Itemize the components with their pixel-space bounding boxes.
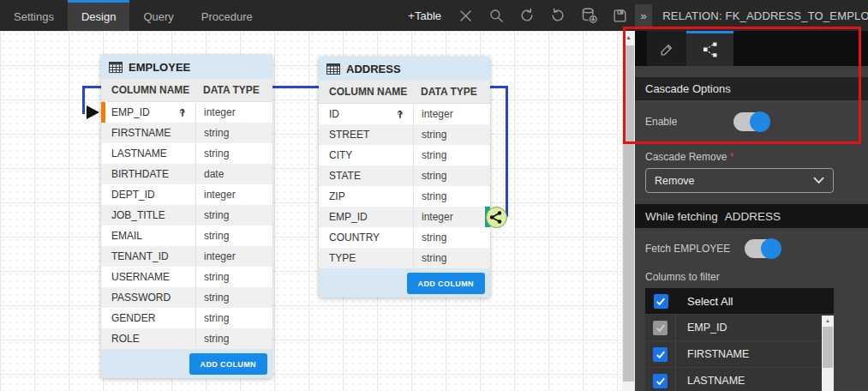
scroll-up-icon[interactable]: ▲ — [822, 316, 834, 326]
scrollbar-thumb[interactable] — [823, 327, 833, 368]
add-column-button[interactable]: ADD COLUMN — [189, 353, 268, 375]
tab-settings[interactable]: Settings — [0, 0, 68, 31]
save-icon[interactable] — [604, 0, 635, 31]
data-type: string — [413, 165, 490, 186]
filter-column-label: EMP_ID — [676, 322, 727, 334]
scroll-up-icon[interactable]: ▲ — [622, 31, 635, 44]
relation-line-vertical-left — [82, 86, 85, 114]
column-name: USERNAME — [101, 267, 195, 287]
tab-procedure[interactable]: Procedure — [188, 0, 266, 31]
data-type: string — [195, 205, 272, 226]
table-row[interactable]: BIRTHDATE date — [101, 164, 272, 184]
panel-header: » RELATION: FK_ADDRESS_TO_EMPLOY... — [635, 0, 868, 31]
fetch-employee-row: Fetch EMPLOYEE — [635, 228, 868, 269]
firstname-checkbox[interactable] — [653, 347, 667, 362]
tab-edit[interactable] — [647, 31, 686, 66]
data-type: string — [413, 124, 490, 145]
column-name: ID — [329, 108, 339, 120]
table-row[interactable]: EMP_ID integer — [319, 207, 490, 227]
table-row[interactable]: LASTNAME string — [101, 143, 272, 164]
close-icon[interactable] — [450, 0, 481, 31]
table-row[interactable]: FIRSTNAME string — [101, 123, 272, 143]
filter-column-row[interactable]: LASTNAME — [645, 368, 834, 391]
select-all-checkbox[interactable] — [654, 294, 668, 309]
table-row[interactable]: DEPT_ID integer — [101, 184, 272, 205]
cascade-remove-label: Cascade Remove * — [645, 151, 858, 163]
columns-filter-list: Select All EMP_ID FIRSTNAME LASTNAME — [645, 288, 834, 391]
table-row[interactable]: TENANT_ID integer — [101, 246, 272, 267]
address-table-header[interactable]: ADDRESS — [319, 57, 490, 81]
data-type: date — [195, 164, 272, 184]
diagram-canvas[interactable]: EMPLOYEE COLUMN NAME DATA TYPE EMP_ID in… — [0, 31, 622, 391]
column-name: EMP_ID — [319, 207, 413, 227]
table-row[interactable]: TYPE string — [319, 248, 490, 268]
data-type: string — [195, 328, 272, 349]
column-name: FIRSTNAME — [101, 123, 195, 143]
column-name: PASSWORD — [101, 287, 195, 308]
table-row[interactable]: STATE string — [319, 165, 490, 186]
table-row[interactable]: ID integer — [319, 104, 490, 124]
fetch-employee-label: Fetch EMPLOYEE — [645, 243, 745, 255]
entity-table-employee[interactable]: EMPLOYEE COLUMN NAME DATA TYPE EMP_ID in… — [101, 55, 272, 378]
data-type: string — [195, 267, 272, 287]
filter-column-label: LASTNAME — [676, 375, 745, 387]
column-name: COUNTRY — [319, 227, 413, 248]
selected-value: Remove — [655, 175, 695, 187]
table-row[interactable]: PASSWORD string — [101, 287, 272, 308]
required-asterisk: * — [730, 151, 734, 163]
table-row[interactable]: EMP_ID integer — [101, 102, 272, 123]
table-row[interactable]: EMAIL string — [101, 226, 272, 246]
tab-design[interactable]: Design — [68, 0, 129, 31]
data-type: string — [195, 308, 272, 328]
data-type: string — [413, 248, 490, 268]
table-row[interactable]: STREET string — [319, 124, 490, 145]
filter-column-row[interactable]: EMP_ID — [645, 315, 834, 341]
canvas-scrollbar[interactable]: ▲ — [622, 31, 635, 391]
enable-toggle[interactable] — [733, 112, 769, 131]
data-type: integer — [195, 102, 272, 123]
table-row[interactable]: GENDER string — [101, 308, 272, 328]
column-name: STATE — [319, 165, 413, 186]
emp-id-checkbox — [653, 321, 667, 335]
table-row[interactable]: ZIP string — [319, 186, 490, 207]
table-row[interactable]: ROLE string — [101, 328, 272, 349]
data-type: integer — [195, 184, 272, 205]
employee-table-header[interactable]: EMPLOYEE — [101, 55, 272, 79]
add-column-button[interactable]: ADD COLUMN — [407, 273, 486, 294]
filter-column-row[interactable]: FIRSTNAME — [645, 341, 834, 368]
collapse-panel-icon[interactable]: » — [635, 4, 652, 27]
search-icon[interactable] — [481, 0, 512, 31]
relation-line-vertical-right — [506, 86, 508, 217]
data-type: string — [195, 123, 272, 143]
relation-icon — [701, 40, 720, 59]
column-name-header: COLUMN NAME — [101, 79, 195, 101]
entity-table-address[interactable]: ADDRESS COLUMN NAME DATA TYPE ID integer… — [319, 57, 490, 298]
list-scrollbar[interactable]: ▲ — [822, 316, 834, 391]
cascade-remove-select[interactable]: Remove — [645, 168, 834, 193]
relation-panel-title: RELATION: FK_ADDRESS_TO_EMPLOY... — [662, 9, 868, 22]
select-all-row[interactable]: Select All — [645, 288, 834, 315]
data-type: integer — [413, 207, 490, 227]
scrollbar-thumb[interactable] — [623, 45, 634, 382]
table-grid-icon — [326, 63, 340, 75]
column-name: ZIP — [319, 186, 413, 207]
table-row[interactable]: COUNTRY string — [319, 227, 490, 248]
table-footer: ADD COLUMN — [101, 349, 272, 378]
add-table-button[interactable]: +Table — [399, 9, 450, 22]
column-headers: COLUMN NAME DATA TYPE — [319, 81, 490, 104]
table-row[interactable]: CITY string — [319, 145, 490, 165]
refresh-icon[interactable] — [512, 0, 542, 31]
redo-icon[interactable] — [542, 0, 573, 31]
column-name: TENANT_ID — [101, 246, 195, 267]
export-db-icon[interactable] — [573, 0, 604, 31]
tab-query[interactable]: Query — [129, 0, 187, 31]
table-row[interactable]: JOB_TITLE string — [101, 205, 272, 226]
fetch-employee-toggle[interactable] — [745, 239, 781, 258]
table-row[interactable]: USERNAME string — [101, 267, 272, 287]
relation-node-icon[interactable] — [485, 206, 508, 232]
panel-tabbar — [635, 31, 868, 66]
column-name: CITY — [319, 145, 413, 165]
tab-relation[interactable] — [686, 31, 733, 66]
lastname-checkbox[interactable] — [653, 374, 667, 388]
columns-to-filter-label: Columns to filter — [645, 271, 858, 283]
